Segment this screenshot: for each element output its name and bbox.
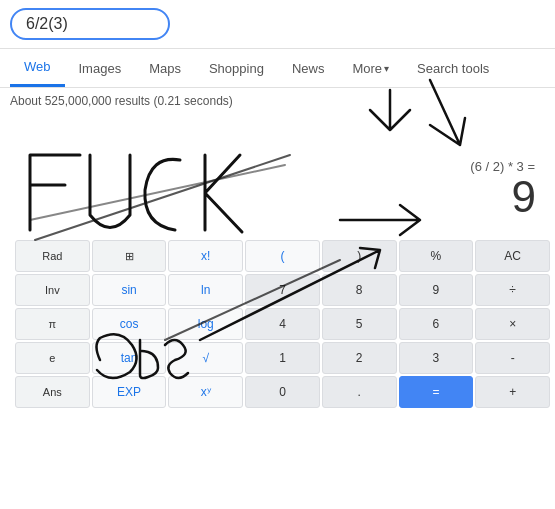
tab-shopping[interactable]: Shopping (195, 51, 278, 86)
tab-more[interactable]: More ▾ (338, 51, 403, 86)
tab-web[interactable]: Web (10, 49, 65, 87)
calc-btn-[interactable]: . (322, 376, 397, 408)
calc-btn-ac[interactable]: AC (475, 240, 550, 272)
calc-btn-4[interactable]: 4 (245, 308, 320, 340)
calc-btn-8[interactable]: 8 (322, 274, 397, 306)
calc-btn-[interactable]: ( (245, 240, 320, 272)
calc-btn-[interactable]: + (475, 376, 550, 408)
chevron-down-icon: ▾ (384, 63, 389, 74)
tab-maps[interactable]: Maps (135, 51, 195, 86)
calc-btn-[interactable]: √ (168, 342, 243, 374)
calc-btn-ans[interactable]: Ans (15, 376, 90, 408)
calc-btn-cos[interactable]: cos (92, 308, 167, 340)
calc-btn-2[interactable]: 2 (322, 342, 397, 374)
calc-btn-[interactable]: × (475, 308, 550, 340)
calc-btn-1[interactable]: 1 (245, 342, 320, 374)
tab-news[interactable]: News (278, 51, 339, 86)
calc-btn-[interactable]: = (399, 376, 474, 408)
calc-btn-rad[interactable]: Rad (15, 240, 90, 272)
calc-btn-x[interactable]: x! (168, 240, 243, 272)
calc-btn-0[interactable]: 0 (245, 376, 320, 408)
calc-btn-9[interactable]: 9 (399, 274, 474, 306)
results-info: About 525,000,000 results (0.21 seconds) (0, 88, 555, 114)
calc-result: 9 (498, 172, 550, 222)
search-input[interactable] (10, 8, 170, 40)
calc-btn-log[interactable]: log (168, 308, 243, 340)
calc-btn-[interactable]: - (475, 342, 550, 374)
calc-btn-[interactable]: % (399, 240, 474, 272)
calc-btn-[interactable]: ⊞ (92, 240, 167, 272)
nav-tabs: Web Images Maps Shopping News More ▾ Sea… (0, 49, 555, 88)
calc-btn-[interactable]: ÷ (475, 274, 550, 306)
calc-btn-[interactable]: ) (322, 240, 397, 272)
search-bar (0, 0, 555, 49)
calc-btn-inv[interactable]: Inv (15, 274, 90, 306)
calc-btn-ln[interactable]: ln (168, 274, 243, 306)
calc-btn-sin[interactable]: sin (92, 274, 167, 306)
calc-grid: Rad⊞x!()%ACInvsinln789÷πcoslog456×etan√1… (10, 240, 555, 408)
calc-btn-3[interactable]: 3 (399, 342, 474, 374)
calc-btn-6[interactable]: 6 (399, 308, 474, 340)
tab-search-tools[interactable]: Search tools (403, 51, 503, 86)
tab-images[interactable]: Images (65, 51, 136, 86)
calc-btn-tan[interactable]: tan (92, 342, 167, 374)
calc-btn-[interactable]: π (15, 308, 90, 340)
calc-btn-exp[interactable]: EXP (92, 376, 167, 408)
calc-btn-e[interactable]: e (15, 342, 90, 374)
calc-btn-x[interactable]: xʸ (168, 376, 243, 408)
calc-btn-5[interactable]: 5 (322, 308, 397, 340)
calc-btn-7[interactable]: 7 (245, 274, 320, 306)
